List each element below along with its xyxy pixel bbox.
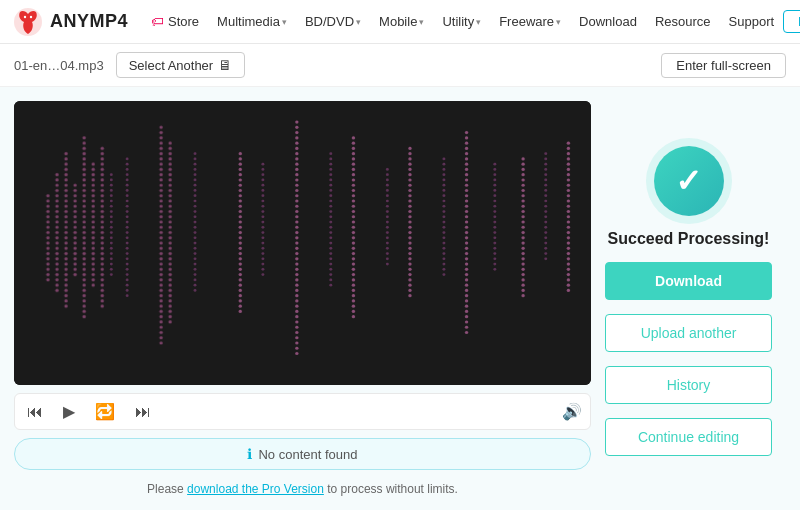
- svg-point-607: [329, 242, 332, 245]
- svg-point-171: [101, 252, 104, 255]
- svg-point-302: [295, 184, 298, 187]
- svg-point-572: [261, 184, 264, 187]
- svg-point-327: [295, 315, 298, 318]
- svg-point-576: [261, 205, 264, 208]
- svg-point-304: [295, 194, 298, 197]
- svg-point-606: [329, 236, 332, 239]
- svg-point-612: [329, 268, 332, 271]
- svg-point-92: [82, 136, 85, 139]
- fullscreen-button[interactable]: Enter full-screen: [661, 53, 786, 78]
- loop-button[interactable]: 🔁: [91, 400, 119, 423]
- select-another-button[interactable]: Select Another 🖥: [116, 52, 246, 78]
- svg-point-80: [73, 215, 76, 218]
- svg-point-159: [101, 189, 104, 192]
- nav-support[interactable]: Support: [720, 14, 784, 29]
- svg-point-486: [567, 252, 570, 255]
- waveform-svg: [14, 101, 591, 385]
- svg-point-467: [567, 152, 570, 155]
- svg-point-350: [352, 215, 355, 218]
- svg-point-121: [82, 289, 85, 292]
- svg-point-588: [261, 268, 264, 271]
- svg-point-590: [329, 152, 332, 155]
- svg-point-232: [168, 184, 171, 187]
- svg-point-438: [521, 157, 524, 160]
- nav-resource[interactable]: Resource: [646, 14, 720, 29]
- svg-point-129: [91, 173, 94, 176]
- svg-point-326: [295, 310, 298, 313]
- svg-point-130: [91, 178, 94, 181]
- svg-point-626: [386, 221, 389, 224]
- svg-point-480: [567, 220, 570, 223]
- svg-point-695: [544, 236, 547, 239]
- svg-point-446: [521, 199, 524, 202]
- svg-point-540: [126, 294, 129, 297]
- logo[interactable]: ANYMP4: [12, 6, 128, 38]
- svg-point-391: [408, 257, 411, 260]
- svg-point-215: [159, 299, 162, 302]
- continue-editing-button[interactable]: Continue editing: [605, 418, 772, 456]
- svg-point-469: [567, 163, 570, 166]
- svg-point-64: [64, 257, 67, 260]
- svg-point-247: [168, 262, 171, 265]
- svg-point-50: [64, 184, 67, 187]
- svg-point-597: [329, 189, 332, 192]
- nav-multimedia[interactable]: Multimedia ▾: [208, 14, 296, 29]
- svg-point-381: [408, 205, 411, 208]
- svg-point-107: [82, 215, 85, 218]
- svg-point-213: [159, 289, 162, 292]
- svg-point-535: [126, 268, 129, 271]
- svg-point-91: [73, 273, 76, 276]
- nav-freeware[interactable]: Freeware ▾: [490, 14, 570, 29]
- svg-point-678: [493, 268, 496, 271]
- svg-point-212: [159, 283, 162, 286]
- svg-point-48: [64, 173, 67, 176]
- checkmark-icon: ✓: [675, 162, 702, 200]
- svg-point-464: [521, 294, 524, 297]
- svg-point-84: [73, 236, 76, 239]
- svg-point-244: [168, 247, 171, 250]
- svg-point-492: [567, 283, 570, 286]
- skip-forward-button[interactable]: ⏭: [131, 401, 155, 423]
- nav-bddvd[interactable]: BD/DVD ▾: [296, 14, 370, 29]
- svg-point-647: [442, 221, 445, 224]
- svg-point-105: [82, 205, 85, 208]
- skip-back-button[interactable]: ⏮: [23, 401, 47, 423]
- play-button[interactable]: ▶: [59, 400, 79, 423]
- nav-mobile[interactable]: Mobile ▾: [370, 14, 433, 29]
- svg-point-579: [261, 221, 264, 224]
- svg-point-654: [442, 257, 445, 260]
- svg-point-532: [126, 252, 129, 255]
- svg-point-32: [55, 231, 58, 234]
- svg-point-31: [55, 226, 58, 229]
- svg-point-388: [408, 241, 411, 244]
- nav-store[interactable]: 🏷 Store: [142, 14, 208, 29]
- nav-items: 🏷 Store Multimedia ▾ BD/DVD ▾ Mobile ▾ U…: [142, 14, 783, 29]
- history-button[interactable]: History: [605, 366, 772, 404]
- svg-point-341: [352, 168, 355, 171]
- svg-point-617: [386, 173, 389, 176]
- svg-point-411: [465, 194, 468, 197]
- svg-point-279: [239, 257, 242, 260]
- svg-point-328: [295, 320, 298, 323]
- svg-point-40: [55, 273, 58, 276]
- svg-point-109: [82, 226, 85, 229]
- svg-point-351: [352, 220, 355, 223]
- nav-download[interactable]: Download: [570, 14, 646, 29]
- download-button[interactable]: Download: [605, 262, 772, 300]
- login-button[interactable]: Login: [783, 10, 800, 33]
- svg-point-60: [64, 236, 67, 239]
- svg-point-46: [64, 163, 67, 166]
- svg-point-167: [101, 231, 104, 234]
- svg-point-413: [465, 205, 468, 208]
- nav-utility[interactable]: Utility ▾: [433, 14, 490, 29]
- svg-point-43: [55, 289, 58, 292]
- svg-point-196: [159, 199, 162, 202]
- pro-version-link[interactable]: download the Pro Version: [187, 482, 324, 496]
- svg-point-78: [73, 205, 76, 208]
- svg-point-666: [493, 205, 496, 208]
- svg-point-19: [46, 273, 49, 276]
- upload-another-button[interactable]: Upload another: [605, 314, 772, 352]
- svg-point-278: [239, 252, 242, 255]
- svg-point-73: [64, 305, 67, 308]
- svg-point-648: [442, 226, 445, 229]
